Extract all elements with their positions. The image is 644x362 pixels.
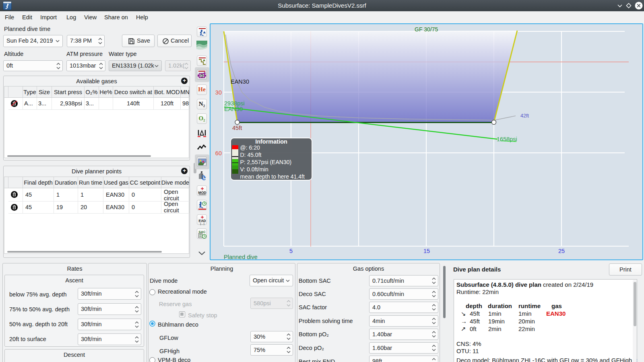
svg-text:EAN30: EAN30 — [224, 106, 243, 112]
svg-text:15: 15 — [423, 248, 430, 254]
svg-text:1658psi: 1658psi — [497, 136, 517, 142]
svg-text:GF 30/75: GF 30/75 — [415, 26, 438, 33]
svg-text:5: 5 — [289, 248, 293, 254]
svg-text:V: 0.0ft/min: V: 0.0ft/min — [240, 166, 268, 173]
svg-text:45ft: 45ft — [232, 125, 242, 131]
svg-text:60: 60 — [215, 150, 222, 156]
svg-text:EAN30: EAN30 — [231, 78, 249, 85]
svg-text:mean depth to here 41.4ft: mean depth to here 41.4ft — [240, 173, 305, 180]
svg-text:30: 30 — [215, 89, 222, 96]
svg-text:(...): (...) — [200, 222, 204, 226]
svg-text:Planned dive: Planned dive — [224, 254, 258, 260]
svg-text:MOD: MOD — [198, 191, 206, 195]
svg-text:42ft: 42ft — [520, 113, 529, 119]
svg-text:D: 45.0ft: D: 45.0ft — [240, 152, 262, 158]
svg-text:Information: Information — [255, 138, 287, 145]
svg-text:@: 6:20: @: 6:20 — [240, 144, 260, 151]
svg-text:P: 2,557psi (EAN30): P: 2,557psi (EAN30) — [240, 159, 292, 165]
svg-text:25: 25 — [558, 248, 565, 254]
svg-text:SAC: SAC — [199, 230, 206, 234]
